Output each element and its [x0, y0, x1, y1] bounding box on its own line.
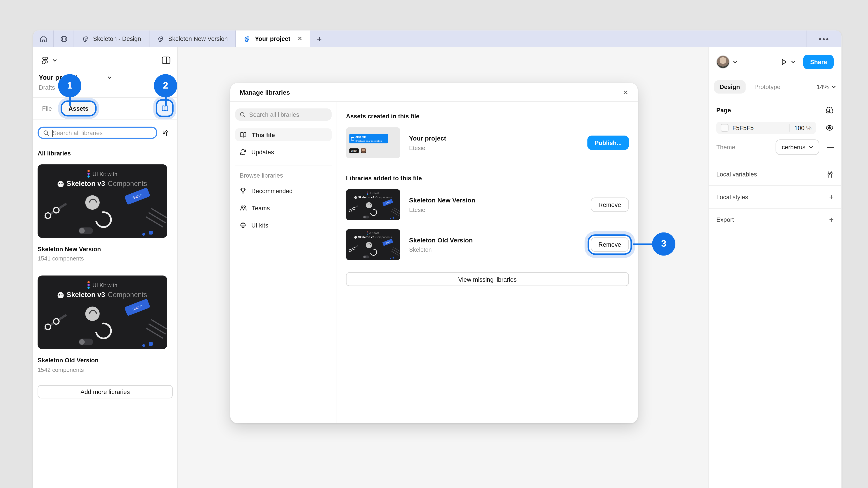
library-thumbnail: UI Kit with Skeleton v3Components Button [38, 164, 167, 238]
thumb-avatar-component [85, 195, 100, 210]
tab-label: Skeleton New Version [168, 35, 228, 42]
modal-search[interactable] [235, 108, 332, 121]
library-thumbnail: UI Kit with Skeleton v3Components Button [346, 189, 400, 220]
visibility-eye-icon[interactable] [825, 125, 834, 131]
app-window: Skeleton - Design Skeleton New Version Y… [33, 31, 842, 488]
chevron-down-icon[interactable] [792, 60, 796, 64]
zoom-control[interactable]: 14% [816, 84, 836, 90]
nav-this-file[interactable]: This file [235, 128, 332, 141]
libraries-heading: Libraries added to this file [346, 175, 629, 182]
community-button[interactable] [54, 31, 74, 47]
search-input[interactable] [53, 129, 152, 136]
tab-skeleton-design[interactable]: Skeleton - Design [74, 31, 149, 47]
color-hex[interactable]: F5F5F5 [733, 125, 785, 131]
chevron-down-icon [831, 85, 836, 89]
tab-assets[interactable]: Assets [62, 102, 95, 115]
nav-label: Updates [251, 149, 274, 155]
thumb-kicker: UI Kit with [92, 282, 117, 288]
chevron-down-icon[interactable] [733, 60, 737, 64]
tab-label: Your project [255, 35, 290, 42]
thumb-spinner-component [92, 208, 115, 231]
globe-icon [240, 222, 246, 228]
canvas[interactable]: Manage libraries ✕ [178, 47, 708, 488]
filter-sliders-icon[interactable] [162, 129, 169, 136]
local-variables-section[interactable]: Local variables [709, 163, 842, 186]
figma-file-icon-active [244, 35, 251, 42]
right-inspector: Share Design Prototype 14% Page [708, 47, 841, 488]
color-swatch[interactable] [721, 124, 728, 132]
modal-search-input[interactable] [249, 111, 328, 118]
skull-icon [58, 181, 64, 187]
remove-button-highlighted[interactable]: Remove [591, 237, 629, 252]
row-title: Your project [409, 135, 579, 141]
tab-close-icon[interactable]: ✕ [298, 36, 302, 41]
figma-file-icon [157, 35, 164, 42]
share-button[interactable]: Share [804, 55, 834, 69]
theme-row: Theme cerberus — [716, 139, 834, 155]
close-icon[interactable]: ✕ [623, 88, 628, 96]
remove-theme-minus-icon[interactable]: — [827, 143, 834, 151]
variables-sliders-icon [827, 171, 834, 178]
tab-skeleton-new-version[interactable]: Skeleton New Version [149, 31, 236, 47]
user-avatar[interactable] [716, 55, 730, 69]
nav-recommended[interactable]: Recommended [235, 184, 332, 197]
add-style-plus-icon[interactable]: + [829, 193, 834, 201]
export-section[interactable]: Export + [709, 208, 842, 231]
modal-left-nav: This file Updates Browse libraries [230, 102, 337, 423]
sidebar-search[interactable] [38, 127, 157, 139]
manage-libraries-modal: Manage libraries ✕ [230, 83, 638, 423]
section-label: Local styles [716, 194, 748, 200]
opacity-value[interactable]: 100 [794, 125, 804, 131]
page-color-field[interactable]: F5F5F5 100 % [716, 122, 816, 134]
present-play-icon[interactable] [780, 58, 788, 66]
tab-your-project[interactable]: Your project ✕ [236, 31, 310, 47]
theme-dropdown[interactable]: cerberus [776, 139, 819, 155]
library-card-old-version[interactable]: UI Kit with Skeleton v3Components Button… [33, 262, 177, 373]
thumb-title: Skeleton v3 [67, 291, 105, 299]
library-thumbnail: UI Kit with Skeleton v3Components Button [38, 275, 167, 349]
figma-logo-icon[interactable] [41, 56, 49, 65]
figma-mini-logo [88, 170, 90, 177]
thumb-title-muted: Components [108, 291, 147, 299]
panel-toggle-icon[interactable] [162, 57, 170, 64]
home-button[interactable] [33, 31, 54, 47]
tab-bar: Skeleton - Design Skeleton New Version Y… [33, 31, 842, 47]
thumb-slider-component [42, 201, 68, 221]
nav-teams[interactable]: Teams [235, 201, 332, 214]
add-more-libraries-button[interactable]: Add more libraries [38, 385, 173, 398]
chevron-down-icon[interactable] [53, 59, 57, 62]
view-missing-libraries-button[interactable]: View missing libraries [346, 272, 629, 286]
library-book-button[interactable] [157, 101, 172, 116]
modal-header: Manage libraries ✕ [230, 83, 638, 102]
nav-updates[interactable]: Updates [235, 145, 332, 158]
styles-icon[interactable] [825, 106, 834, 114]
publish-button[interactable]: Publish... [587, 135, 629, 150]
new-tab-button[interactable]: + [310, 31, 329, 47]
text-caret [52, 130, 53, 137]
tab-file[interactable]: File [42, 105, 52, 111]
your-project-thumbnail: Alert title Short and clear description … [346, 127, 400, 158]
tab-design[interactable]: Design [714, 80, 745, 94]
remove-button[interactable]: Remove [591, 197, 629, 212]
tabbar-spacer [329, 31, 807, 47]
callout-badge-1: 1 [58, 74, 81, 97]
library-card-new-version[interactable]: UI Kit with Skeleton v3Components Button… [33, 157, 177, 262]
card-meta: 1541 components [38, 255, 173, 262]
zoom-level: 14% [816, 84, 829, 90]
library-row-new-version: UI Kit with Skeleton v3Components Button… [346, 189, 629, 220]
nav-ui-kits[interactable]: UI kits [235, 219, 332, 231]
nav-label: This file [252, 131, 275, 138]
people-icon [240, 204, 247, 211]
local-styles-section[interactable]: Local styles + [709, 186, 842, 208]
thumb-avatar-component [85, 306, 100, 321]
chevron-down-icon[interactable] [107, 76, 112, 79]
search-icon [43, 130, 49, 136]
window-menu-button[interactable]: ••• [807, 31, 841, 47]
main-area: Your project Drafts File Assets [33, 47, 842, 488]
thumb-button-component: Button [124, 187, 151, 205]
sidebar-tabs: File Assets [33, 98, 177, 119]
assets-heading: Assets created in this file [346, 113, 629, 120]
thumb-toggle-component [79, 339, 93, 345]
add-export-plus-icon[interactable]: + [829, 215, 834, 224]
tab-prototype[interactable]: Prototype [754, 84, 780, 90]
